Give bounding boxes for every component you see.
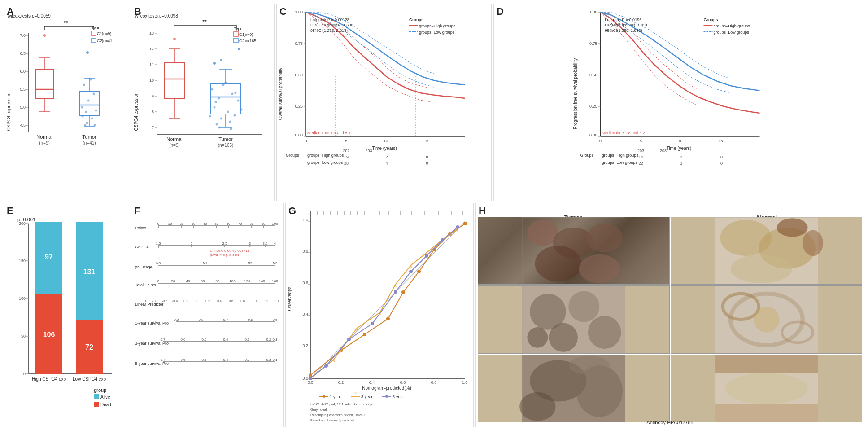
svg-point-97 xyxy=(227,111,229,113)
svg-point-109 xyxy=(238,48,240,50)
svg-text:97: 97 xyxy=(45,253,53,261)
svg-text:(n=9): (n=9) xyxy=(244,32,253,37)
svg-text:90: 90 xyxy=(262,222,266,226)
svg-text:n=181 d=72 p=4, 18.1 subjects : n=181 d=72 p=4, 18.1 subjects per group xyxy=(310,402,372,406)
svg-text:0.4: 0.4 xyxy=(369,380,375,385)
svg-point-358 xyxy=(417,270,421,273)
svg-text:40: 40 xyxy=(203,222,207,226)
svg-point-25 xyxy=(43,34,46,37)
svg-point-403 xyxy=(385,395,388,398)
svg-text:0.4: 0.4 xyxy=(223,358,228,362)
svg-text:0.2: 0.2 xyxy=(205,299,210,303)
ihc-cell-normal-1 xyxy=(671,217,863,285)
svg-text:14: 14 xyxy=(638,155,643,159)
svg-line-352 xyxy=(310,221,465,378)
svg-text:0: 0 xyxy=(196,299,197,303)
ihc-cell-tumor-3 xyxy=(478,355,670,422)
svg-text:0.3: 0.3 xyxy=(244,338,250,342)
panel-f-label: F xyxy=(134,205,140,217)
svg-text:1.0: 1.0 xyxy=(302,218,308,222)
svg-text:0.00: 0.00 xyxy=(589,133,598,137)
svg-text:8: 8 xyxy=(152,110,154,114)
svg-text:×: × xyxy=(332,358,335,364)
svg-text:groups=Low groups: groups=Low groups xyxy=(307,160,343,165)
panel-d-chart: Progression free survival probability 1.… xyxy=(494,4,864,201)
panel-f-chart: Points 0 10 20 30 40 50 60 70 80 90 100 xyxy=(131,203,284,427)
svg-text:0: 0 xyxy=(426,155,428,159)
svg-text:3.5: 3.5 xyxy=(262,241,268,246)
svg-text:9: 9 xyxy=(152,94,154,98)
svg-text:(n=9): (n=9) xyxy=(102,31,111,36)
svg-text:0.6: 0.6 xyxy=(400,380,406,385)
svg-text:203: 203 xyxy=(637,149,644,153)
svg-point-397 xyxy=(323,395,325,398)
svg-point-100 xyxy=(216,123,218,126)
svg-text:0.0: 0.0 xyxy=(308,380,314,385)
svg-text:5: 5 xyxy=(345,139,347,143)
ihc-image-grid xyxy=(476,217,864,422)
svg-point-426 xyxy=(588,316,621,349)
svg-point-105 xyxy=(235,92,237,94)
svg-rect-49 xyxy=(92,31,96,35)
svg-text:2: 2 xyxy=(191,241,193,246)
svg-text:100: 100 xyxy=(19,296,26,301)
svg-text:0.2: 0.2 xyxy=(266,338,271,342)
svg-point-34 xyxy=(85,111,87,113)
svg-text:4: 4 xyxy=(274,241,276,246)
svg-point-355 xyxy=(363,333,366,336)
svg-text:0.6: 0.6 xyxy=(302,281,308,285)
svg-text:0.25: 0.25 xyxy=(589,104,598,109)
svg-point-372 xyxy=(347,338,351,341)
svg-text:70: 70 xyxy=(238,222,242,226)
panel-h: H Tumor Normal xyxy=(475,203,864,427)
svg-text:Progression free survival prob: Progression free survival probability xyxy=(573,58,578,129)
svg-text:groups=High groups: groups=High groups xyxy=(307,153,344,158)
svg-text:0.75: 0.75 xyxy=(295,41,303,46)
svg-point-425 xyxy=(549,323,578,352)
svg-point-375 xyxy=(409,270,413,273)
svg-point-110 xyxy=(213,62,216,65)
svg-text:groups=Low groups: groups=Low groups xyxy=(419,30,455,35)
panel-c-chart: Overall survival probability 1.00 0.75 0… xyxy=(277,4,492,201)
svg-text:1.2: 1.2 xyxy=(264,299,268,303)
svg-text:Type: Type xyxy=(234,26,243,31)
svg-text:0.6: 0.6 xyxy=(248,318,253,322)
svg-text:**: ** xyxy=(202,19,207,25)
svg-point-98 xyxy=(220,118,222,120)
panel-c-label: C xyxy=(279,6,287,18)
svg-text:203: 203 xyxy=(660,149,667,153)
svg-text:0.6: 0.6 xyxy=(180,338,186,342)
svg-text:0.2: 0.2 xyxy=(266,358,271,362)
svg-text:p-value = p < 0.001: p-value = p < 0.001 xyxy=(210,253,241,257)
svg-point-439 xyxy=(568,356,610,374)
panel-a: A wilcox.tests p=0.0059 ** CSPG4 express… xyxy=(4,4,129,201)
svg-text:Median time:1.8 and 3.2: Median time:1.8 and 3.2 xyxy=(602,131,646,135)
svg-text:0.1: 0.1 xyxy=(272,338,278,342)
svg-text:5-year: 5-year xyxy=(393,395,404,399)
svg-rect-229 xyxy=(94,394,99,399)
svg-text:Dead: Dead xyxy=(100,402,111,407)
svg-text:13: 13 xyxy=(149,31,154,35)
svg-text:0.6: 0.6 xyxy=(180,358,186,362)
svg-point-95 xyxy=(237,100,240,102)
svg-point-111 xyxy=(220,59,222,61)
svg-text:**: ** xyxy=(64,20,68,26)
panel-b: B wilcox.tests p=0.0098 ** CSPG4 express… xyxy=(131,4,275,201)
svg-point-370 xyxy=(309,377,312,380)
svg-text:0.5: 0.5 xyxy=(201,338,207,342)
svg-point-427 xyxy=(527,327,548,348)
svg-point-103 xyxy=(209,115,211,118)
svg-text:0.2: 0.2 xyxy=(302,343,308,348)
svg-text:pN_stage: pN_stage xyxy=(135,265,153,269)
antibody-label: Antibody HPA042785 xyxy=(476,420,864,425)
svg-text:12: 12 xyxy=(149,47,154,51)
svg-text:0.5: 0.5 xyxy=(272,318,278,322)
svg-text:0.8: 0.8 xyxy=(302,249,308,254)
svg-point-357 xyxy=(401,290,405,294)
svg-text:106: 106 xyxy=(43,331,55,338)
svg-text:-0.6: -0.6 xyxy=(162,299,167,303)
svg-text:7: 7 xyxy=(152,125,154,130)
svg-text:(n=9): (n=9) xyxy=(169,143,180,148)
svg-text:60: 60 xyxy=(201,279,205,283)
svg-text:High CSPG4 exp: High CSPG4 exp xyxy=(32,377,66,382)
